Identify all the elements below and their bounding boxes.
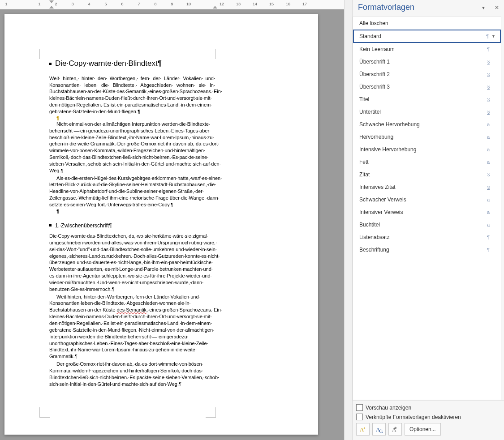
spelling-error[interactable]: des·Semantik <box>116 307 146 312</box>
paragraph[interactable]: Als·es·die·ersten·Hügel·des·Kursivgebirg… <box>49 175 215 208</box>
style-item-label: Überschrift 1 <box>359 59 482 65</box>
style-item-label: Intensive Hervorhebung <box>359 146 482 153</box>
style-item[interactable]: Standard▼ <box>353 30 501 43</box>
pane-options-icon[interactable]: ▾ <box>480 4 487 11</box>
style-item[interactable]: Schwacher Verweis▼ <box>353 193 501 206</box>
document-body[interactable]: Die·Copy·warnte·den·Blindtext¶ Weit· hin… <box>49 59 215 388</box>
style-type-icon <box>482 134 490 140</box>
ruler-number: 5 <box>104 2 107 6</box>
ruler-number: 12 <box>220 2 224 6</box>
empty-paragraph[interactable]: ¶ <box>56 209 215 214</box>
checkbox-label: Vorschau anzeigen <box>366 405 411 411</box>
app-root: 3112345678910121314151617 Die·Copy·warnt… <box>0 0 504 440</box>
styles-list[interactable]: Alle löschen▼Standard▼Kein Leerraum▼Über… <box>353 17 501 400</box>
style-type-icon <box>482 222 490 227</box>
first-line-indent-marker[interactable] <box>49 0 54 3</box>
style-item-label: Standard <box>359 33 481 39</box>
style-item[interactable]: Überschrift 2▼ <box>353 68 501 81</box>
manage-styles-button[interactable]: A <box>388 423 402 436</box>
paragraph[interactable]: Die·Copy·warnte·das·Blindtextchen,·da,·w… <box>49 233 215 293</box>
style-type-icon <box>482 122 490 127</box>
disable-linked-checkbox[interactable]: Verknüpfte Formatvorlagen deaktivieren <box>356 414 500 420</box>
ruler-number: 9 <box>171 2 173 6</box>
style-item-label: Buchtitel <box>359 222 482 228</box>
ruler-number: 10 <box>186 2 191 6</box>
crop-mark <box>206 407 216 418</box>
style-type-icon <box>481 34 489 39</box>
style-item-label: Hervorhebung <box>359 134 482 140</box>
checkbox-label: Verknüpfte Formatvorlagen deaktivieren <box>366 414 461 420</box>
styles-pane-title: Formatvorlagen <box>358 3 480 12</box>
new-style-button[interactable]: A+ <box>356 423 370 436</box>
style-item-label: Untertitel <box>359 109 482 115</box>
style-type-icon <box>482 84 490 90</box>
style-item-label: Überschrift 3 <box>359 84 482 90</box>
vertical-scrollbar[interactable] <box>344 0 352 440</box>
style-item-label: Fett <box>359 159 482 165</box>
style-type-icon <box>482 109 490 115</box>
style-type-icon <box>482 235 490 240</box>
style-item[interactable]: Intensives Zitat▼ <box>353 181 501 193</box>
style-item[interactable]: Überschrift 1▼ <box>353 56 501 68</box>
style-type-icon <box>482 197 490 202</box>
right-indent-marker[interactable] <box>213 6 217 9</box>
style-type-icon <box>482 147 490 152</box>
style-item[interactable]: Beschriftung▼ <box>353 243 501 256</box>
style-type-icon <box>482 47 490 52</box>
checkbox-icon <box>356 404 363 411</box>
style-item[interactable]: Fett▼ <box>353 156 501 168</box>
style-dropdown-icon[interactable]: ▼ <box>491 34 495 38</box>
ruler-number: 15 <box>269 2 274 6</box>
style-item-label: Zitat <box>359 171 482 178</box>
paragraph[interactable]: Der·große·Oxmox·riet·ihr·davon·ab,·da·es… <box>49 361 215 387</box>
document-page[interactable]: Die·Copy·warnte·den·Blindtext¶ Weit· hin… <box>4 14 318 435</box>
style-type-icon <box>482 97 490 103</box>
paragraph[interactable]: Weit·hinten,·hinter·den·Wortbergen,·fern… <box>49 294 215 360</box>
style-item[interactable]: Untertitel▼ <box>353 106 501 118</box>
style-type-icon <box>482 184 490 190</box>
text-run[interactable]: ,·eines·großen·Sprachozeans.·Ein· kleine… <box>49 307 222 359</box>
style-item[interactable]: Hervorhebung▼ <box>353 131 501 143</box>
pane-close-icon[interactable]: ✕ <box>493 4 500 11</box>
options-button[interactable]: Optionen... <box>405 423 441 436</box>
paragraph[interactable]: Weit· hinten,· hinter· den· Wortbergen,·… <box>49 75 215 115</box>
style-item[interactable]: Alle löschen▼ <box>353 17 501 30</box>
style-type-icon <box>482 209 490 215</box>
style-item-label: Beschriftung <box>359 247 482 253</box>
style-inspector-button[interactable]: A <box>372 423 386 436</box>
style-item[interactable]: Zitat▼ <box>353 168 501 181</box>
document-canvas[interactable]: Die·Copy·warnte·den·Blindtext¶ Weit· hin… <box>0 9 344 440</box>
style-item[interactable]: Schwache Hervorhebung▼ <box>353 118 501 131</box>
new-style-icon: A+ <box>359 426 366 433</box>
heading-2[interactable]: 1.·Zwischenüberschrift¶ <box>49 222 215 229</box>
button-label: Optionen... <box>409 426 436 432</box>
ruler-number: 2 <box>55 2 57 6</box>
ruler-number: 6 <box>121 2 123 6</box>
style-item-label: Überschrift 2 <box>359 71 482 77</box>
empty-paragraph[interactable]: ¶ <box>56 116 215 121</box>
style-item-label: Titel <box>359 96 482 103</box>
style-item[interactable]: Intensiver Verweis▼ <box>353 206 501 218</box>
ruler-number: 3 <box>71 2 73 6</box>
ruler-number: 14 <box>253 2 257 6</box>
style-item-label: Schwacher Verweis <box>359 197 482 203</box>
svg-text:+: + <box>363 426 366 430</box>
style-item-label: Alle löschen <box>359 20 490 26</box>
style-item[interactable]: Überschrift 3▼ <box>353 81 501 93</box>
style-item[interactable]: Listenabsatz▼ <box>353 231 501 243</box>
style-type-icon <box>482 159 490 165</box>
horizontal-ruler[interactable]: 3112345678910121314151617 <box>0 0 344 9</box>
paragraph[interactable]: Nicht·einmal·von·der·allmächtigen·Interp… <box>49 121 215 174</box>
hanging-indent-marker[interactable] <box>49 6 54 9</box>
style-item[interactable]: Titel▼ <box>353 93 501 106</box>
crop-mark <box>39 407 50 418</box>
crop-mark <box>206 49 216 59</box>
style-item[interactable]: Buchtitel▼ <box>353 218 501 231</box>
ruler-number: 1 <box>5 2 7 6</box>
heading-1[interactable]: Die·Copy·warnte·den·Blindtext¶ <box>49 59 215 69</box>
style-item[interactable]: Intensive Hervorhebung▼ <box>353 143 501 156</box>
preview-checkbox[interactable]: Vorschau anzeigen <box>356 404 500 411</box>
style-item[interactable]: Kein Leerraum▼ <box>353 43 501 56</box>
style-type-icon <box>482 59 490 65</box>
ruler-number: 1 <box>38 2 40 6</box>
